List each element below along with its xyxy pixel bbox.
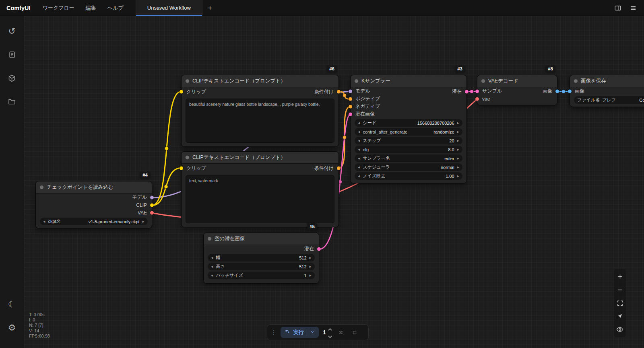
vae-input-port[interactable] bbox=[475, 97, 479, 101]
select-cursor-icon[interactable] bbox=[615, 311, 625, 321]
queue-icon[interactable] bbox=[4, 46, 20, 64]
vae-output-port[interactable] bbox=[150, 211, 154, 214]
right-arrow-icon[interactable]: ▶ bbox=[310, 274, 312, 277]
prompt-textarea[interactable]: text, watermark bbox=[186, 175, 334, 223]
collapse-dot-icon[interactable] bbox=[186, 156, 189, 159]
left-arrow-icon[interactable]: ◀ bbox=[43, 220, 45, 223]
left-arrow-icon[interactable]: ◀ bbox=[211, 265, 213, 268]
clear-queue-button[interactable] bbox=[336, 327, 346, 337]
right-arrow-icon[interactable]: ▶ bbox=[457, 130, 459, 134]
steps-widget[interactable]: ◀ ステップ 20 ▶ bbox=[355, 137, 462, 144]
model-output-port[interactable] bbox=[150, 196, 154, 199]
left-arrow-icon[interactable]: ◀ bbox=[211, 274, 213, 277]
left-arrow-icon[interactable]: ◀ bbox=[358, 148, 360, 151]
denoise-widget[interactable]: ◀ ノイズ除去 1.00 ▶ bbox=[355, 172, 462, 180]
collapse-dot-icon[interactable] bbox=[186, 79, 189, 83]
node-header[interactable]: チェックポイントを読み込む bbox=[36, 181, 152, 194]
clip-input-port[interactable] bbox=[180, 90, 183, 94]
panel-toggle-icon[interactable] bbox=[612, 2, 624, 14]
conditioning-output-port[interactable] bbox=[337, 167, 341, 170]
tab-unsaved-workflow[interactable]: Unsaved Workflow bbox=[136, 0, 202, 16]
samples-input-port[interactable] bbox=[475, 89, 479, 93]
prompt-textarea[interactable]: beautiful scenery nature glass bottle la… bbox=[186, 99, 334, 143]
height-widget[interactable]: ◀ 高さ 512 ▶ bbox=[208, 263, 315, 270]
left-arrow-icon[interactable]: ◀ bbox=[358, 139, 360, 142]
right-arrow-icon[interactable]: ▶ bbox=[457, 157, 459, 160]
node-header[interactable]: VAEデコード bbox=[477, 75, 557, 87]
chevron-down-icon[interactable] bbox=[310, 329, 315, 336]
seed-widget[interactable]: ◀ シード 156680208700286 ▶ bbox=[355, 119, 462, 127]
left-arrow-icon[interactable]: ◀ bbox=[211, 256, 213, 259]
batch-size-widget[interactable]: ◀ バッチサイズ 1 ▶ bbox=[208, 272, 315, 279]
image-input-port[interactable] bbox=[568, 89, 572, 93]
drag-handle-icon[interactable]: ⋮ bbox=[271, 329, 277, 335]
conditioning-output-port[interactable] bbox=[337, 90, 341, 94]
right-arrow-icon[interactable]: ▶ bbox=[142, 220, 144, 223]
collapse-dot-icon[interactable] bbox=[40, 185, 43, 189]
run-button[interactable]: 実行 bbox=[281, 327, 319, 338]
decrement-caret-icon[interactable] bbox=[328, 333, 332, 339]
positive-input-port[interactable] bbox=[349, 97, 352, 101]
menu-workflow[interactable]: ワークフロー bbox=[37, 0, 80, 16]
clip-output-port[interactable] bbox=[150, 203, 154, 207]
model-library-icon[interactable] bbox=[4, 69, 20, 87]
collapse-dot-icon[interactable] bbox=[355, 79, 358, 83]
node-header[interactable]: 画像を保存 bbox=[570, 75, 644, 87]
fit-view-icon[interactable] bbox=[615, 298, 625, 308]
left-arrow-icon[interactable]: ◀ bbox=[358, 130, 360, 134]
theme-moon-icon[interactable]: ☾ bbox=[4, 296, 20, 313]
cfg-widget[interactable]: ◀ cfg 8.0 ▶ bbox=[355, 146, 462, 153]
sampler-name-widget[interactable]: ◀ サンプラー名 euler ▶ bbox=[355, 154, 462, 162]
collapse-dot-icon[interactable] bbox=[481, 79, 485, 83]
stop-button[interactable] bbox=[350, 327, 359, 337]
history-icon[interactable]: ↺ bbox=[4, 23, 20, 40]
zoom-out-icon[interactable] bbox=[615, 285, 625, 294]
right-arrow-icon[interactable]: ▶ bbox=[457, 166, 459, 169]
batch-count-value[interactable]: 1 bbox=[323, 329, 326, 336]
right-arrow-icon[interactable]: ▶ bbox=[457, 121, 459, 125]
width-widget[interactable]: ◀ 幅 512 ▶ bbox=[208, 254, 315, 262]
filename-prefix-widget[interactable]: ファイル名_プレフ ComfyUI bbox=[574, 96, 644, 104]
collapse-dot-icon[interactable] bbox=[574, 79, 578, 83]
node-header[interactable]: 空の潜在画像 bbox=[204, 233, 319, 245]
node-save-image[interactable]: 画像を保存 画像 ファイル名_プレフ ComfyUI bbox=[570, 75, 644, 107]
node-header[interactable]: CLIPテキストエンコード（プロンプト） bbox=[182, 75, 339, 87]
negative-input-port[interactable] bbox=[349, 105, 352, 108]
hamburger-menu-icon[interactable] bbox=[627, 2, 639, 14]
graph-canvas[interactable]: #4 チェックポイントを読み込む モデル CLIP VAE ◀ ckpt名 v1… bbox=[24, 16, 644, 348]
node-header[interactable]: CLIPテキストエンコード（プロンプト） bbox=[182, 152, 339, 164]
right-arrow-icon[interactable]: ▶ bbox=[310, 265, 312, 268]
left-arrow-icon[interactable]: ◀ bbox=[358, 121, 360, 125]
left-arrow-icon[interactable]: ◀ bbox=[358, 157, 360, 160]
ckpt-name-widget[interactable]: ◀ ckpt名 v1-5-pruned-emaonly.ckpt ▶ bbox=[40, 218, 148, 225]
right-arrow-icon[interactable]: ▶ bbox=[310, 256, 312, 259]
node-load-checkpoint[interactable]: #4 チェックポイントを読み込む モデル CLIP VAE ◀ ckpt名 v1… bbox=[35, 181, 152, 229]
right-arrow-icon[interactable]: ▶ bbox=[457, 148, 459, 151]
left-arrow-icon[interactable]: ◀ bbox=[358, 166, 360, 169]
node-clip-text-encode-positive[interactable]: #6 CLIPテキストエンコード（プロンプト） クリップ 条件付け beauti… bbox=[181, 75, 339, 147]
node-ksampler[interactable]: #3 Kサンプラー 潜在 モデル ポジティブ ネガティブ 潜在画像 ◀ シード … bbox=[350, 75, 467, 183]
control-after-generate-widget[interactable]: ◀ control_after_generate randomize ▶ bbox=[355, 128, 462, 136]
latent-image-input-port[interactable] bbox=[349, 112, 352, 116]
scheduler-widget[interactable]: ◀ スケジューラ normal ▶ bbox=[355, 163, 462, 171]
menu-help[interactable]: ヘルプ bbox=[102, 0, 129, 16]
model-input-port[interactable] bbox=[349, 89, 352, 93]
increment-caret-icon[interactable] bbox=[328, 325, 332, 332]
left-arrow-icon[interactable]: ◀ bbox=[358, 175, 360, 178]
right-arrow-icon[interactable]: ▶ bbox=[457, 175, 459, 178]
latent-output-port[interactable] bbox=[317, 247, 321, 251]
node-empty-latent-image[interactable]: #5 空の潜在画像 潜在 ◀ 幅 512 ▶ ◀ 高さ 512 ▶ bbox=[203, 233, 319, 284]
new-workflow-tab-button[interactable]: + bbox=[202, 0, 218, 16]
node-clip-text-encode-negative[interactable]: CLIPテキストエンコード（プロンプト） クリップ 条件付け text, wat… bbox=[181, 151, 339, 227]
right-arrow-icon[interactable]: ▶ bbox=[457, 139, 459, 142]
toggle-visibility-eye-icon[interactable] bbox=[615, 325, 625, 334]
clip-input-port[interactable] bbox=[180, 167, 183, 170]
menu-edit[interactable]: 編集 bbox=[80, 0, 102, 16]
image-output-port[interactable] bbox=[555, 89, 559, 93]
collapse-dot-icon[interactable] bbox=[208, 237, 211, 241]
node-vae-decode[interactable]: #8 VAEデコード サンプル 画像 vae bbox=[477, 75, 557, 105]
node-header[interactable]: Kサンプラー bbox=[351, 75, 466, 87]
zoom-in-icon[interactable] bbox=[615, 272, 625, 281]
settings-gear-icon[interactable]: ⚙ bbox=[4, 319, 20, 337]
workflows-folder-icon[interactable] bbox=[4, 93, 20, 110]
